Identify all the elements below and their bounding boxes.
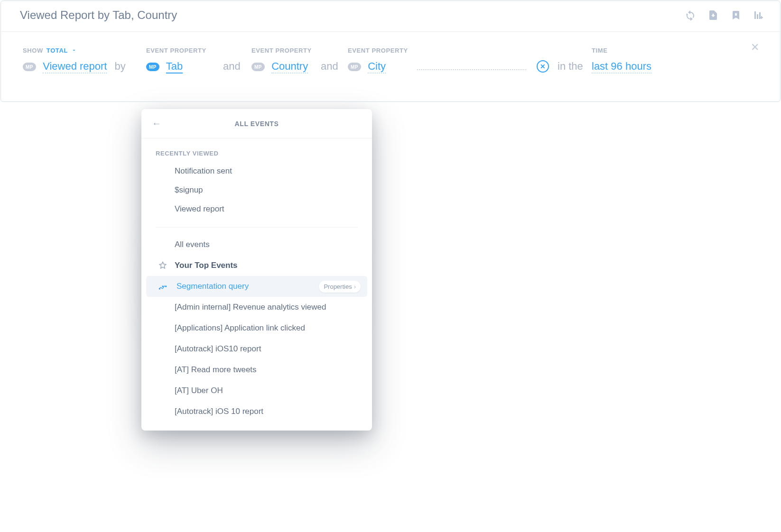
divider <box>156 227 358 228</box>
all-events-item[interactable]: All events <box>141 234 372 255</box>
svg-point-2 <box>165 285 167 287</box>
event-item[interactable]: [Autotrack] iOS 10 report <box>141 401 372 422</box>
labels-row: SHOW TOTAL EVENT PROPERTY EVENT PROPERTY… <box>23 46 758 55</box>
your-top-events-label: Your Top Events <box>175 261 238 270</box>
recently-viewed-label: RECENTLY VIEWED <box>141 138 372 162</box>
mp-chip: MP <box>251 63 265 71</box>
properties-pill[interactable]: Properties › <box>319 281 361 293</box>
query-builder: ✕ SHOW TOTAL EVENT PROPERTY EVENT PROPER… <box>1 32 780 101</box>
chevron-down-icon[interactable] <box>71 46 77 55</box>
panel-title: Viewed Report by Tab, Country <box>20 9 177 22</box>
total-label[interactable]: TOTAL <box>46 47 68 54</box>
in-the-word: in the <box>558 60 583 72</box>
segmentation-query-label: Segmentation query <box>177 282 249 291</box>
star-icon <box>156 261 170 270</box>
and-word: and <box>321 60 338 72</box>
event-property-label-1: EVENT PROPERTY <box>146 47 223 54</box>
download-icon[interactable] <box>707 9 719 21</box>
add-property-slot[interactable] <box>417 60 526 70</box>
close-icon[interactable]: ✕ <box>751 41 759 54</box>
dropdown-header: ← ALL EVENTS <box>141 109 372 138</box>
event-item[interactable]: [Applications] Application link clicked <box>141 318 372 339</box>
time-label: TIME <box>592 47 668 54</box>
properties-pill-label: Properties <box>324 283 352 290</box>
panel-header: Viewed Report by Tab, Country <box>1 1 780 32</box>
bookmark-icon[interactable] <box>730 9 742 21</box>
report-panel: Viewed Report by Tab, Country ✕ SHOW TOT… <box>0 0 781 102</box>
remove-property-button[interactable]: ✕ <box>537 60 549 73</box>
svg-point-0 <box>159 288 160 289</box>
show-label: SHOW <box>23 47 43 54</box>
mp-chip: MP <box>146 63 159 71</box>
add-chart-icon[interactable] <box>753 9 765 21</box>
and-word: and <box>223 60 241 72</box>
property-city[interactable]: City <box>368 60 386 73</box>
by-word: by <box>115 60 126 72</box>
property-country[interactable]: Country <box>271 60 308 73</box>
refresh-icon[interactable] <box>684 9 697 21</box>
event-dropdown: ← ALL EVENTS RECENTLY VIEWED Notificatio… <box>141 109 372 431</box>
recent-item[interactable]: $signup <box>141 181 372 200</box>
event-item[interactable]: [AT] Read more tweets <box>141 359 372 380</box>
event-property-label-2: EVENT PROPERTY <box>251 47 321 54</box>
event-item[interactable]: [AT] Uber OH <box>141 380 372 401</box>
mp-chip: MP <box>348 63 361 71</box>
mp-chip: MP <box>23 63 36 71</box>
values-row: MP Viewed report by MP Tab and MP Countr… <box>23 60 758 73</box>
dropdown-title: ALL EVENTS <box>235 120 279 128</box>
event-item[interactable]: [Autotrack] iOS10 report <box>141 339 372 359</box>
recent-item[interactable]: Viewed report <box>141 200 372 219</box>
recent-item[interactable]: Notification sent <box>141 162 372 181</box>
back-arrow-icon[interactable]: ← <box>152 118 161 129</box>
event-item[interactable]: [Admin internal] Revenue analytics viewe… <box>141 297 372 318</box>
segmentation-query-item[interactable]: Segmentation query Properties › <box>146 276 367 297</box>
your-top-events-item[interactable]: Your Top Events <box>141 255 372 276</box>
segmentation-icon <box>156 282 170 291</box>
time-selector[interactable]: last 96 hours <box>592 60 651 73</box>
toolbar <box>684 9 765 21</box>
event-selector[interactable]: Viewed report <box>43 60 107 73</box>
event-property-label-3: EVENT PROPERTY <box>348 47 417 54</box>
svg-point-1 <box>162 285 163 287</box>
property-tab[interactable]: Tab <box>166 60 183 73</box>
chevron-right-icon: › <box>354 283 356 290</box>
